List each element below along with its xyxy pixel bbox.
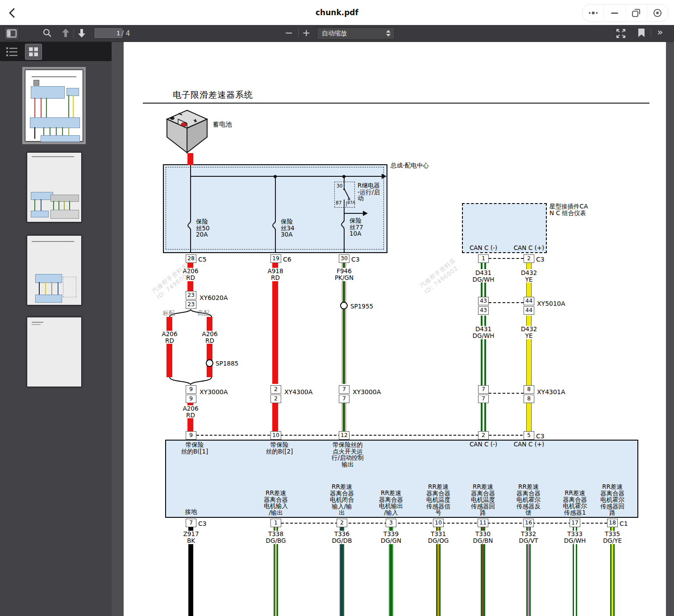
module-bottom-pin-7: 7: [186, 519, 196, 527]
more-tools-button[interactable]: »: [657, 26, 662, 37]
thumbnails-grid-icon: [29, 47, 38, 56]
record-target-icon: [652, 8, 663, 18]
star-can-neg-label: CAN C (-): [470, 245, 497, 251]
previous-page-button[interactable]: [61, 28, 71, 40]
more-dots-icon: [587, 8, 599, 18]
variant-high-label: 高配: [198, 310, 210, 316]
minimize-icon: [610, 8, 619, 18]
module-top-conn-c3-label: C3: [536, 433, 545, 440]
splice-sp1885-icon: [206, 359, 213, 367]
connector-xy5010a-pin43-top: 43: [478, 297, 489, 305]
connector-xy5010a-pin44-top: 44: [524, 297, 534, 305]
connector-xy6020a-pin-top: 23: [186, 291, 196, 300]
relay-terminal-87: 87: [336, 200, 341, 205]
page-thumbnail-2[interactable]: [27, 152, 82, 222]
module-label-can-neg: CAN C (-): [470, 441, 497, 448]
page-thumbnail-1[interactable]: [22, 67, 86, 144]
record-target-button[interactable]: [647, 4, 668, 21]
wire-f946-lower: [341, 403, 346, 431]
pdc-label: 总成-配电中心: [391, 162, 429, 169]
splice-sp1885-label: SP1885: [216, 360, 238, 367]
relay-terminal-87a: 87A: [347, 200, 355, 205]
connector-c6-label: C6: [283, 256, 291, 263]
page-thumbnail-4[interactable]: [27, 317, 82, 387]
module-bottom-conn-c3-label: C3: [198, 520, 207, 527]
spinner-down-icon: [386, 34, 391, 37]
relay-label: R继电器 -运行/启 动: [358, 182, 380, 202]
connector-xy4301a-name: XY4301A: [537, 388, 565, 395]
fuse-symbol: [272, 219, 279, 232]
connector-xy5010a-pin44-bottom: 44: [524, 306, 534, 315]
connector-xy3000a-c-name: XY3000A: [353, 388, 381, 395]
sidebar-toggle-button[interactable]: [4, 27, 19, 40]
bus-arrowhead: [382, 174, 387, 179]
connector-xy6020a-name: XY6020A: [200, 294, 228, 301]
module-top-pin-5: 5: [524, 431, 534, 440]
module-top-pin-2: 2: [478, 431, 489, 440]
page-number-input[interactable]: [94, 27, 123, 39]
document-title: chunk.pdf: [0, 0, 674, 25]
pin-30: 30: [339, 254, 349, 263]
zoom-mode-select[interactable]: 自动缩放: [317, 27, 395, 40]
spinner-up-icon: [386, 30, 391, 33]
splice-sp1955-label: SP1955: [350, 303, 373, 310]
search-button[interactable]: [42, 28, 53, 40]
presentation-mode-button[interactable]: [615, 28, 627, 41]
module-label-temp-return: RR差速 器离合器 电机温度 传感器回 路: [471, 483, 495, 516]
next-page-button[interactable]: [77, 28, 87, 40]
pdf-page: 电子限滑差速器系统 汽修帮手资料库ID: 7496002 汽修帮手资料库ID: …: [124, 42, 666, 616]
module-label-motor-close: RR差速 器离合器 电机闭合 输入/输 出: [330, 483, 354, 516]
bookmark-icon[interactable]: [638, 29, 645, 37]
star-can-pos-label: CAN C (+): [514, 245, 545, 251]
star-pin-2: 2: [524, 254, 534, 263]
module-label-b1: 带保险 丝的B([1]: [181, 441, 208, 454]
module-bottom-pin-2: 2: [337, 519, 347, 527]
module-label-motor-oi: RR差速 器离合器 电机输出 /输入: [379, 490, 403, 516]
connector-xy4300a-pin-top: 2: [270, 385, 281, 394]
connector-xy3000a-pin9-top: 9: [186, 385, 196, 394]
module-bottom-pin-18: 18: [607, 519, 618, 527]
page-thumbnail-3[interactable]: [27, 235, 82, 305]
pin-28: 28: [186, 254, 196, 263]
module-top-pin-dash: [196, 435, 523, 436]
fuse-symbol: [187, 219, 194, 232]
module-bottom-pin-10: 10: [433, 519, 444, 527]
connector-xy6020a-pin-bottom: 23: [186, 300, 196, 309]
zoom-in-button[interactable]: +: [302, 27, 310, 38]
restore-button[interactable]: [626, 4, 647, 21]
relay-terminal-30: 30: [337, 183, 342, 188]
minimize-button[interactable]: [604, 4, 625, 21]
arrow-up-icon: [61, 28, 71, 38]
connector-xy4300a-pin-bottom: 2: [270, 395, 281, 403]
thumbnail-sidebar: [0, 42, 112, 616]
module-label-hall-return: RR差速 器离合器 电机霍尔 传感器回 路: [600, 483, 624, 516]
window-controls-capsule: [582, 4, 669, 22]
module-bottom-pin-17: 17: [570, 519, 580, 527]
branch-merge: [166, 377, 215, 385]
wire-a918-lower: [272, 403, 278, 431]
connector-xy5010a-pin43-bottom: 43: [478, 306, 489, 315]
arrow-down-icon: [77, 28, 87, 38]
outline-view-button[interactable]: [5, 46, 19, 59]
connector-xy3000a-pin9-bottom: 9: [186, 395, 196, 403]
zoom-out-button[interactable]: −: [285, 27, 293, 38]
fullscreen-expand-icon: [615, 28, 627, 39]
thumbnails-view-button[interactable]: [25, 44, 42, 60]
connector-xy3000a-pin7-bottom: 7: [339, 395, 349, 403]
module-bottom-pin-1: 1: [270, 519, 281, 527]
app-header: chunk.pdf: [0, 0, 674, 25]
connector-c3-label: C3: [351, 256, 360, 263]
connector-c5-label: C5: [198, 256, 207, 263]
module-label-temp-signal: RR差速 器离合器 电机温度 传感器信 号: [426, 483, 450, 516]
module-label-hall-1: RR差速 器离合器 电机霍尔 传感器1: [563, 490, 587, 516]
search-icon: [42, 28, 53, 38]
more-button[interactable]: [582, 4, 604, 21]
outline-list-icon: [5, 46, 19, 58]
module-label-hall-feedback: RR差速 器离合器 电机霍尔 传感器反 馈: [516, 483, 541, 516]
module-label-b2: 带保险 丝的B([2]: [266, 441, 293, 454]
connector-xy4301a-pin7-top: 7: [478, 385, 489, 394]
sidebar-view-switcher: [0, 42, 112, 61]
module-bottom-pin-11: 11: [478, 519, 488, 527]
battery-feed-wire: [187, 153, 193, 165]
module-bottom-conn-c1-label: C1: [620, 520, 628, 527]
